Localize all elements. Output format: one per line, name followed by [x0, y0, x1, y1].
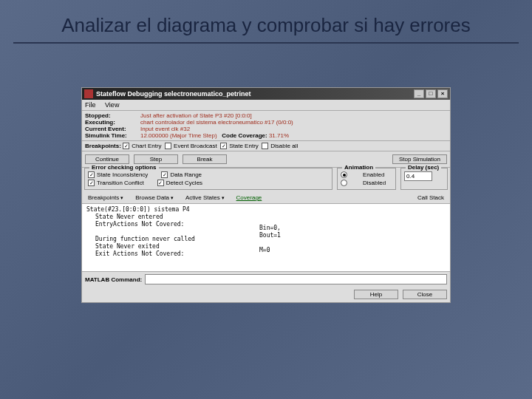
current-event-label: Current Event: — [85, 126, 140, 132]
tab-call-stack[interactable]: Call Stack — [415, 194, 447, 202]
step-button[interactable]: Step — [134, 154, 178, 164]
state-entry-label: State Entry — [229, 143, 259, 149]
tab-row: Breakpoints Browse Data Active States Co… — [82, 192, 450, 204]
matlab-command-input[interactable] — [145, 274, 447, 284]
detect-cycles-checkbox[interactable] — [157, 180, 164, 186]
close-window-button[interactable]: × — [437, 89, 448, 98]
animation-enabled-label: Enabled — [363, 171, 384, 178]
detect-cycles-label: Detect Cycles — [166, 180, 202, 186]
executing-label: Executing: — [85, 119, 140, 126]
content-bin: Bin=0, — [259, 225, 281, 232]
options-row: Error checking options State Inconsisten… — [82, 168, 450, 192]
state-entry-checkbox[interactable] — [220, 143, 227, 149]
tab-browse-data[interactable]: Browse Data — [132, 194, 177, 202]
breakpoints-label: Breakpoints: — [85, 143, 121, 149]
stopped-label: Stopped: — [85, 112, 140, 119]
matlab-command-label: MATLAB Command: — [85, 276, 142, 283]
app-icon — [84, 89, 93, 98]
title-underline — [13, 42, 519, 44]
data-range-label: Data Range — [170, 171, 202, 178]
state-inconsistency-checkbox[interactable] — [88, 171, 95, 178]
content-m: M=0 — [259, 247, 281, 254]
continue-button[interactable]: Continue — [85, 154, 129, 164]
breakpoints-row: Breakpoints: Chart Entry Event Broadcast… — [82, 141, 450, 151]
stop-simulation-button[interactable]: Stop Simulation — [392, 154, 447, 164]
animation-enabled-radio[interactable] — [341, 171, 347, 178]
coverage-content: State(#23.[0:0:0]) sistema P4 State Neve… — [82, 204, 450, 272]
content-line2: State Never entered — [86, 214, 446, 221]
chart-entry-checkbox[interactable] — [123, 143, 129, 149]
event-broadcast-checkbox[interactable] — [165, 143, 171, 149]
content-right-column: Bin=0, Bout=1 M=0 — [259, 225, 281, 254]
content-bout: Bout=1 — [259, 232, 281, 239]
error-checking-legend: Error checking options — [89, 164, 159, 171]
chart-entry-label: Chart Entry — [132, 143, 161, 149]
data-range-checkbox[interactable] — [161, 171, 168, 178]
state-inconsistency-label: State Inconsistency — [97, 171, 148, 178]
simulink-time-label: Simulink Time: — [85, 132, 140, 139]
executing-value: chart controlador del sistema electroneu… — [140, 119, 447, 126]
simulink-time-value: 12.000000 (Major Time Step) — [140, 132, 217, 139]
menubar: File View — [82, 100, 450, 111]
animation-disabled-label: Disabled — [363, 180, 386, 186]
transition-conflict-label: Transition Conflict — [97, 180, 144, 186]
transition-conflict-checkbox[interactable] — [88, 180, 95, 186]
close-button[interactable]: Close — [403, 290, 447, 299]
matlab-command-row: MATLAB Command: — [82, 272, 450, 287]
menu-view[interactable]: View — [105, 101, 119, 109]
code-coverage-label: Code Coverage: — [222, 132, 267, 139]
stateflow-debugging-window: Stateflow Debugging selectroneumatico_pe… — [81, 87, 451, 303]
stopped-value: Just after activation of State P3 #20 [0… — [140, 112, 447, 119]
break-button[interactable]: Break — [183, 154, 227, 164]
tab-breakpoints[interactable]: Breakpoints — [85, 194, 126, 202]
tab-active-states[interactable]: Active States — [183, 194, 228, 202]
help-button[interactable]: Help — [354, 290, 398, 299]
tab-coverage[interactable]: Coverage — [233, 194, 265, 202]
event-broadcast-label: Event Broadcast — [174, 143, 217, 149]
animation-disabled-radio[interactable] — [341, 180, 347, 186]
minimize-button[interactable]: _ — [414, 89, 424, 98]
maximize-button[interactable]: □ — [426, 89, 436, 98]
animation-groupbox: Animation Enabled Disabled — [337, 168, 396, 190]
window-title: Stateflow Debugging selectroneumatico_pe… — [96, 90, 251, 98]
delay-legend: Delay (sec) — [406, 164, 441, 171]
disable-all-label: Disable all — [270, 143, 298, 149]
disable-all-checkbox[interactable] — [262, 143, 268, 149]
delay-groupbox: Delay (sec) — [400, 168, 448, 190]
status-panel: Stopped: Just after activation of State … — [82, 111, 450, 141]
delay-input[interactable] — [404, 171, 432, 181]
simulink-time-row: 12.000000 (Major Time Step) Code Coverag… — [140, 132, 447, 139]
animation-legend: Animation — [342, 164, 375, 171]
code-coverage-value: 31.71% — [269, 132, 289, 139]
footer-button-row: Help Close — [82, 287, 450, 302]
current-event-value: Input event clk #32 — [140, 126, 447, 132]
titlebar: Stateflow Debugging selectroneumatico_pe… — [82, 88, 450, 100]
slide-title: Analizar el diagrama y comprobar si hay … — [0, 0, 532, 41]
content-line1: State(#23.[0:0:0]) sistema P4 — [86, 206, 446, 214]
error-checking-groupbox: Error checking options State Inconsisten… — [84, 168, 332, 190]
menu-file[interactable]: File — [85, 101, 96, 109]
